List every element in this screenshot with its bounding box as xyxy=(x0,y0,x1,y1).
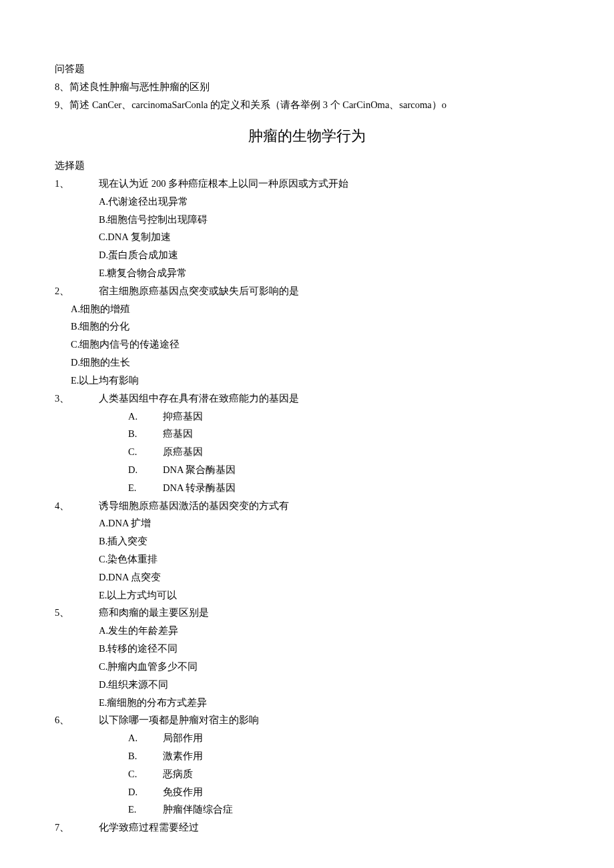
option-text: D.DNA 点突变 xyxy=(99,572,161,582)
question: 3、人类基因组中存在具有潜在致癌能力的基因是A.抑癌基因B.癌基因C.原癌基因D… xyxy=(55,390,559,497)
option-letter: B. xyxy=(128,747,163,765)
option: C.肿瘤内血管多少不同 xyxy=(99,658,559,676)
option-letter: C. xyxy=(128,443,163,461)
question: 6、以下除哪一项都是肿瘤对宿主的影响A.局部作用B.激素作用C.恶病质D.免疫作… xyxy=(55,711,559,819)
option-text: D.细胞的生长 xyxy=(71,357,130,368)
option: C.原癌基因 xyxy=(128,443,559,461)
short-answer-heading: 问答题 xyxy=(55,60,559,78)
option: A.代谢途径出现异常 xyxy=(99,193,559,211)
option-text: C.细胞内信号的传递途径 xyxy=(71,339,180,350)
option: B.转移的途径不同 xyxy=(99,640,559,658)
option-list: A.抑癌基因B.癌基因C.原癌基因D.DNA 聚合酶基因E.DNA 转录酶基因 xyxy=(128,408,559,497)
option-text: E.瘤细胞的分布方式差异 xyxy=(99,697,207,708)
option-letter: A. xyxy=(128,408,163,426)
question: 2、宿主细胞原癌基因点突变或缺失后可影响的是A.细胞的增殖B.细胞的分化C.细胞… xyxy=(55,282,559,390)
question: 7、化学致癌过程需要经过 xyxy=(55,819,559,837)
option: A.抑癌基因 xyxy=(128,408,559,426)
option-text: E.以上均有影响 xyxy=(71,375,139,386)
question-number: 7、 xyxy=(55,819,99,837)
question-number: 5、 xyxy=(55,604,99,622)
option: C.DNA 复制加速 xyxy=(99,228,559,246)
question-stem: 人类基因组中存在具有潜在致癌能力的基因是 xyxy=(99,390,559,408)
question-header: 6、以下除哪一项都是肿瘤对宿主的影响 xyxy=(55,711,559,729)
option-list: A.代谢途径出现异常B.细胞信号控制出现障碍C.DNA 复制加速D.蛋白质合成加… xyxy=(99,193,559,282)
option: C.染色体重排 xyxy=(99,550,559,568)
option-letter: D. xyxy=(128,461,163,479)
option-text: 抑癌基因 xyxy=(163,411,203,422)
item-text: 简述良性肿瘤与恶性肿瘤的区别 xyxy=(69,81,210,92)
item-text: 简述 CanCer、carcinomaSarConla 的定义和关系（请各举例 … xyxy=(69,99,446,110)
option: D.组织来源不同 xyxy=(99,676,559,694)
option-text: 原癌基因 xyxy=(163,446,203,457)
option-text: 肿瘤伴随综合症 xyxy=(163,804,233,815)
option-letter: D. xyxy=(128,783,163,801)
question-stem: 癌和肉瘤的最主要区别是 xyxy=(99,604,559,622)
option-text: 局部作用 xyxy=(163,733,203,743)
option: E.以上方式均可以 xyxy=(99,586,559,604)
option: A.局部作用 xyxy=(128,729,559,747)
question: 5、癌和肉瘤的最主要区别是A.发生的年龄差异B.转移的途径不同C.肿瘤内血管多少… xyxy=(55,604,559,711)
option: E.瘤细胞的分布方式差异 xyxy=(99,694,559,712)
option: D.DNA 点突变 xyxy=(99,568,559,586)
option: E.DNA 转录酶基因 xyxy=(128,479,559,497)
question-list: 1、现在认为近 200 多种癌症根本上以同一种原因或方式开始A.代谢途径出现异常… xyxy=(55,175,559,837)
question-number: 4、 xyxy=(55,497,99,515)
option-text: D.组织来源不同 xyxy=(99,679,168,690)
option-text: C.肿瘤内血管多少不同 xyxy=(99,661,198,672)
option-text: B.细胞的分化 xyxy=(71,321,129,332)
option: E.以上均有影响 xyxy=(71,372,559,390)
option-text: A.细胞的增殖 xyxy=(71,304,130,314)
question-stem: 宿主细胞原癌基因点突变或缺失后可影响的是 xyxy=(99,282,559,300)
short-answer-item: 8、简述良性肿瘤与恶性肿瘤的区别 xyxy=(55,78,559,96)
option-text: 激素作用 xyxy=(163,751,203,761)
question-stem: 化学致癌过程需要经过 xyxy=(99,819,559,837)
option-list: A.发生的年龄差异B.转移的途径不同C.肿瘤内血管多少不同D.组织来源不同E.瘤… xyxy=(99,622,559,711)
question: 4、诱导细胞原癌基因激活的基因突变的方式有A.DNA 扩增B.插入突变C.染色体… xyxy=(55,497,559,604)
option-text: DNA 转录酶基因 xyxy=(163,482,236,493)
option-text: C.染色体重排 xyxy=(99,554,158,564)
option-text: DNA 聚合酶基因 xyxy=(163,464,236,475)
question: 1、现在认为近 200 多种癌症根本上以同一种原因或方式开始A.代谢途径出现异常… xyxy=(55,175,559,282)
option-text: D.蛋白质合成加速 xyxy=(99,250,178,260)
option: B.插入突变 xyxy=(99,532,559,550)
short-answer-list: 8、简述良性肿瘤与恶性肿瘤的区别 9、简述 CanCer、carcinomaSa… xyxy=(55,78,559,114)
question-header: 3、人类基因组中存在具有潜在致癌能力的基因是 xyxy=(55,390,559,408)
question-header: 2、宿主细胞原癌基因点突变或缺失后可影响的是 xyxy=(55,282,559,300)
option: B.细胞信号控制出现障碍 xyxy=(99,211,559,229)
option-text: B.细胞信号控制出现障碍 xyxy=(99,214,208,225)
option-text: C.DNA 复制加速 xyxy=(99,232,171,242)
question-header: 7、化学致癌过程需要经过 xyxy=(55,819,559,837)
option-text: B.插入突变 xyxy=(99,536,147,546)
option: C.细胞内信号的传递途径 xyxy=(71,336,559,354)
question-number: 2、 xyxy=(55,282,99,300)
item-number: 9、 xyxy=(55,99,69,110)
option-text: A.代谢途径出现异常 xyxy=(99,196,188,207)
option-text: 免疫作用 xyxy=(163,787,203,797)
option-letter: A. xyxy=(128,729,163,747)
option: A.DNA 扩增 xyxy=(99,514,559,532)
option: D.DNA 聚合酶基因 xyxy=(128,461,559,479)
question-stem: 以下除哪一项都是肿瘤对宿主的影响 xyxy=(99,711,559,729)
option: B.癌基因 xyxy=(128,425,559,443)
option-list: A.细胞的增殖B.细胞的分化C.细胞内信号的传递途径D.细胞的生长E.以上均有影… xyxy=(71,300,559,390)
item-number: 8、 xyxy=(55,81,69,92)
option: D.细胞的生长 xyxy=(71,354,559,372)
option-letter: E. xyxy=(128,479,163,497)
option-letter: B. xyxy=(128,425,163,443)
question-number: 1、 xyxy=(55,175,99,193)
question-number: 6、 xyxy=(55,711,99,729)
option: C.恶病质 xyxy=(128,765,559,783)
question-stem: 诱导细胞原癌基因激活的基因突变的方式有 xyxy=(99,497,559,515)
question-stem: 现在认为近 200 多种癌症根本上以同一种原因或方式开始 xyxy=(99,175,559,193)
question-header: 1、现在认为近 200 多种癌症根本上以同一种原因或方式开始 xyxy=(55,175,559,193)
option-text: A.发生的年龄差异 xyxy=(99,625,178,636)
question-header: 4、诱导细胞原癌基因激活的基因突变的方式有 xyxy=(55,497,559,515)
option-list: A.局部作用B.激素作用C.恶病质D.免疫作用E.肿瘤伴随综合症 xyxy=(128,729,559,819)
option-text: E.以上方式均可以 xyxy=(99,590,177,600)
page-title: 肿瘤的生物学行为 xyxy=(55,123,559,150)
choice-heading: 选择题 xyxy=(55,157,559,175)
short-answer-item: 9、简述 CanCer、carcinomaSarConla 的定义和关系（请各举… xyxy=(55,96,559,114)
option: B.细胞的分化 xyxy=(71,318,559,336)
option-text: 癌基因 xyxy=(163,428,193,439)
option-letter: E. xyxy=(128,801,163,819)
